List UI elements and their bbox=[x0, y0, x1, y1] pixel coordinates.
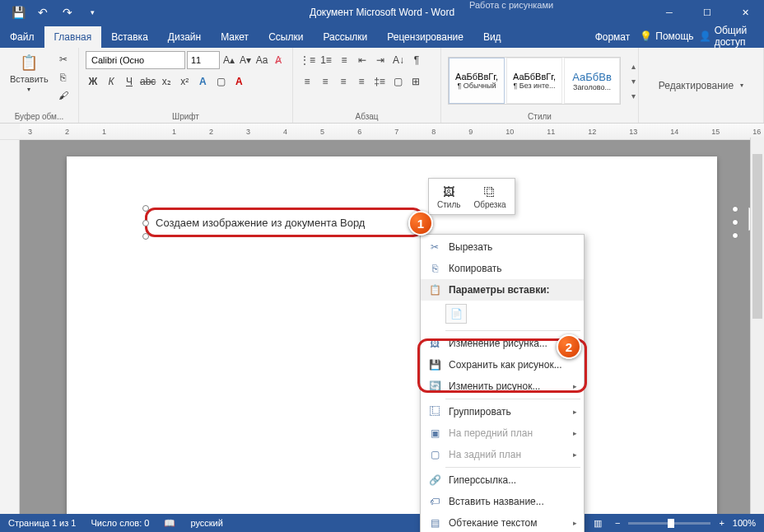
save-icon[interactable]: 💾 bbox=[7, 1, 30, 24]
subscript-button[interactable]: x₂ bbox=[159, 73, 174, 90]
borders-icon[interactable]: ⊞ bbox=[408, 73, 423, 90]
tab-home[interactable]: Главная bbox=[44, 26, 102, 48]
vertical-ruler[interactable] bbox=[0, 140, 20, 516]
bullets-icon[interactable]: ⋮≡ bbox=[300, 52, 315, 68]
text-effects-icon[interactable]: A bbox=[195, 73, 210, 90]
paste-options: 📄 bbox=[421, 301, 584, 329]
bold-button[interactable]: Ж bbox=[86, 73, 100, 90]
style-heading1[interactable]: АаБбВв Заголово... bbox=[564, 58, 620, 104]
multilevel-icon[interactable]: ≡ bbox=[337, 52, 352, 68]
align-center-icon[interactable]: ≡ bbox=[318, 73, 333, 90]
tab-review[interactable]: Рецензирование bbox=[377, 26, 473, 48]
clipboard-group-label: Буфер обм... bbox=[7, 110, 72, 121]
ctx-wrap-text[interactable]: ▤ Обтекание текстом ▸ bbox=[421, 512, 584, 532]
close-icon[interactable]: ✕ bbox=[726, 0, 764, 25]
picture-tools-label: Работа с рисунками bbox=[469, 0, 553, 10]
bulb-icon: 💡 bbox=[640, 30, 652, 42]
format-painter-icon[interactable]: 🖌 bbox=[55, 87, 72, 104]
align-right-icon[interactable]: ≡ bbox=[336, 73, 351, 90]
crop-icon: ⿻ bbox=[482, 184, 498, 200]
horizontal-ruler[interactable]: 3211234567891011121314151617 bbox=[0, 124, 764, 140]
help-link[interactable]: 💡Помощь bbox=[640, 30, 693, 42]
tab-references[interactable]: Ссылки bbox=[259, 26, 313, 48]
paste-option-keep[interactable]: 📄 bbox=[445, 304, 467, 324]
selected-text-box[interactable]: Создаем изображение из документа Ворд bbox=[145, 208, 423, 237]
tab-file[interactable]: Файл bbox=[0, 26, 44, 48]
document-page[interactable]: Создаем изображение из документа Ворд bbox=[67, 156, 717, 516]
superscript-button[interactable]: x² bbox=[177, 73, 192, 90]
font-color-icon[interactable]: A bbox=[231, 73, 246, 90]
style-no-spacing[interactable]: АаБбВвГг, ¶ Без инте... bbox=[506, 58, 562, 104]
copy-icon: ⎘ bbox=[427, 261, 442, 276]
shading-icon[interactable]: ▢ bbox=[390, 73, 405, 90]
vertical-scrollbar[interactable] bbox=[750, 138, 764, 514]
line-spacing-icon[interactable]: ‡≡ bbox=[372, 73, 387, 90]
strike-button[interactable]: abc bbox=[140, 73, 156, 90]
ctx-group[interactable]: ⿺ Группировать ▸ bbox=[421, 401, 584, 422]
web-layout-icon[interactable]: ▥ bbox=[589, 516, 607, 530]
zoom-in-icon[interactable]: + bbox=[719, 518, 724, 528]
ctx-cut[interactable]: ✂ Вырезать bbox=[421, 236, 584, 258]
redo-icon[interactable]: ↷ bbox=[56, 1, 79, 24]
tab-insert[interactable]: Вставка bbox=[101, 26, 158, 48]
tab-layout[interactable]: Макет bbox=[211, 26, 259, 48]
copy-icon[interactable]: ⎘ bbox=[55, 69, 72, 86]
mini-style-button[interactable]: 🖼 Стиль bbox=[432, 182, 465, 211]
qat-more-icon[interactable]: ▾ bbox=[81, 1, 104, 24]
status-page[interactable]: Страница 1 из 1 bbox=[8, 518, 76, 528]
tab-view[interactable]: Вид bbox=[473, 26, 511, 48]
ctx-change-picture[interactable]: 🔄 Изменить рисунок... ▸ bbox=[421, 376, 584, 397]
window-title: Документ Microsoft Word - Word bbox=[310, 7, 454, 18]
paste-button[interactable]: 📋 Вставить ▾ bbox=[7, 51, 52, 95]
shrink-font-icon[interactable]: A▾ bbox=[238, 52, 253, 68]
ctx-send-back[interactable]: ▢ На задний план ▸ bbox=[421, 444, 584, 465]
minimize-icon[interactable]: ─ bbox=[650, 0, 688, 25]
highlight-icon[interactable]: ▢ bbox=[213, 73, 228, 90]
style-normal[interactable]: АаБбВвГг, ¶ Обычный bbox=[449, 58, 505, 104]
undo-icon[interactable]: ↶ bbox=[31, 1, 54, 24]
increase-indent-icon[interactable]: ⇥ bbox=[373, 52, 388, 68]
maximize-icon[interactable]: ☐ bbox=[688, 0, 726, 25]
italic-button[interactable]: К bbox=[104, 73, 119, 90]
clipboard-icon: 📋 bbox=[19, 53, 39, 72]
ctx-insert-caption[interactable]: 🏷 Вставить название... bbox=[421, 491, 584, 512]
scissors-icon: ✂ bbox=[427, 240, 442, 254]
ctx-bring-front[interactable]: ▣ На передний план ▸ bbox=[421, 422, 584, 444]
status-proofing-icon[interactable]: 📖 bbox=[164, 518, 175, 529]
ctx-save-as-picture[interactable]: 💾 Сохранить как рисунок... bbox=[421, 354, 584, 376]
underline-button[interactable]: Ч bbox=[122, 73, 137, 90]
chevron-right-icon: ▸ bbox=[573, 408, 577, 416]
mini-crop-button[interactable]: ⿻ Обрезка bbox=[468, 182, 510, 211]
tab-design[interactable]: Дизайн bbox=[158, 26, 211, 48]
zoom-out-icon[interactable]: − bbox=[615, 518, 620, 528]
send-back-icon: ▢ bbox=[427, 447, 442, 462]
numbering-icon[interactable]: 1≡ bbox=[319, 52, 333, 68]
sort-icon[interactable]: A↓ bbox=[391, 52, 406, 68]
tab-format[interactable]: Формат bbox=[585, 26, 641, 48]
cut-icon[interactable]: ✂ bbox=[55, 51, 72, 68]
ctx-hyperlink[interactable]: 🔗 Гиперссылка... bbox=[421, 469, 584, 491]
clear-format-icon[interactable]: A̷ bbox=[271, 52, 286, 68]
tab-mailings[interactable]: Рассылки bbox=[313, 26, 377, 48]
zoom-slider[interactable] bbox=[628, 522, 710, 525]
font-family-select[interactable] bbox=[86, 51, 185, 69]
bring-front-icon: ▣ bbox=[427, 426, 442, 441]
ribbon: 📋 Вставить ▾ ✂ ⎘ 🖌 Буфер обм... A▴ A▾ Aa… bbox=[0, 48, 764, 124]
styles-gallery[interactable]: АаБбВвГг, ¶ Обычный АаБбВвГг, ¶ Без инте… bbox=[448, 57, 621, 105]
scrollbar-thumb[interactable] bbox=[752, 154, 762, 319]
justify-icon[interactable]: ≡ bbox=[354, 73, 369, 90]
change-case-icon[interactable]: Aa bbox=[254, 52, 269, 68]
grow-font-icon[interactable]: A▴ bbox=[221, 52, 236, 68]
status-words[interactable]: Число слов: 0 bbox=[91, 518, 149, 528]
decrease-indent-icon[interactable]: ⇤ bbox=[355, 52, 370, 68]
link-icon: 🔗 bbox=[427, 473, 442, 488]
mini-toolbar: 🖼 Стиль ⿻ Обрезка bbox=[428, 178, 515, 215]
zoom-level[interactable]: 100% bbox=[733, 518, 756, 528]
status-language[interactable]: русский bbox=[190, 518, 222, 528]
share-button[interactable]: 👤Общий доступ bbox=[699, 25, 754, 48]
ctx-copy[interactable]: ⎘ Копировать bbox=[421, 258, 584, 279]
editing-button[interactable]: Редактирование ▾ bbox=[645, 51, 757, 119]
align-left-icon[interactable]: ≡ bbox=[300, 73, 314, 90]
font-size-select[interactable] bbox=[187, 51, 220, 69]
show-marks-icon[interactable]: ¶ bbox=[409, 52, 424, 68]
